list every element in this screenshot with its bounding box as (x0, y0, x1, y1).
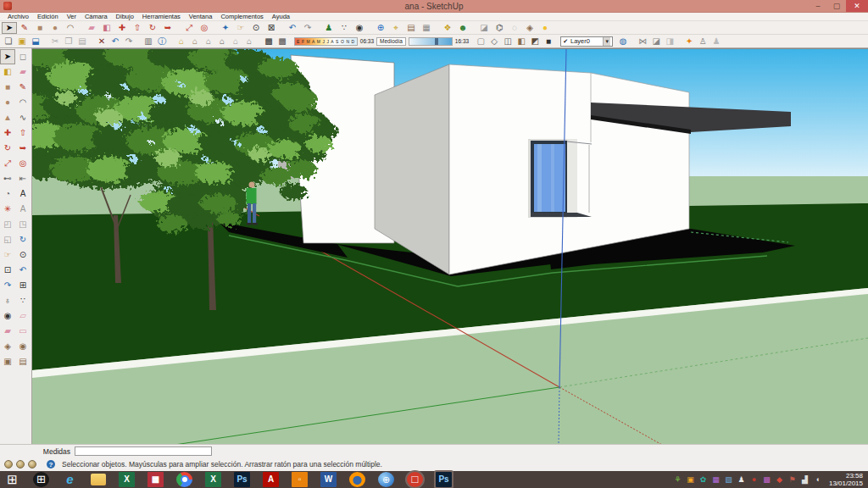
move-icon[interactable]: ✚ (0, 125, 15, 141)
section-fill-icon[interactable]: ▰ (0, 324, 15, 339)
section-c-icon[interactable]: ◱ (0, 232, 15, 247)
menu-edici-n[interactable]: Edición (37, 13, 58, 20)
viewport-3d[interactable] (32, 48, 868, 444)
zoom-extents-icon[interactable]: ⊠ (264, 22, 279, 34)
section-b-icon[interactable]: ◳ (15, 217, 31, 232)
zoom-extents-icon[interactable]: ⊞ (15, 278, 31, 293)
save-icon[interactable]: ⬓ (29, 36, 42, 47)
shaded-textures-icon[interactable]: ◩ (528, 36, 542, 47)
menu-c-mara[interactable]: Cámara (85, 13, 108, 20)
orbit-icon[interactable]: ↻ (15, 232, 31, 247)
select-icon[interactable]: ➤ (2, 22, 17, 34)
section-cut-icon[interactable]: ◨ (663, 36, 676, 47)
shadow-time-slider[interactable] (409, 37, 453, 46)
geolocation-icon[interactable] (4, 460, 13, 469)
zoom-icon[interactable]: ⊙ (15, 247, 31, 263)
position-camera-icon[interactable]: ♁ (0, 293, 15, 308)
redo-icon[interactable]: ↷ (122, 36, 136, 47)
walk-icon[interactable]: ∵ (337, 22, 352, 34)
undo-icon[interactable]: ↶ (108, 36, 122, 47)
help-icon[interactable]: ? (47, 460, 55, 469)
title-bar[interactable]: ana - SketchUp – ▢ ✕ (0, 0, 868, 13)
claim-icon[interactable] (28, 460, 36, 469)
tray-box-icon[interactable]: ▣ (686, 475, 695, 485)
components-icon[interactable]: ⌂ (202, 36, 215, 47)
polygon-icon[interactable]: ▲ (0, 110, 15, 125)
next-icon[interactable]: ↷ (300, 22, 315, 34)
model-info-icon[interactable]: ⓘ (155, 36, 169, 47)
dimension-icon[interactable]: ⇤ (15, 171, 31, 186)
sandbox-icon[interactable]: ◈ (522, 22, 537, 34)
paint-bucket-icon[interactable]: ◧ (99, 22, 114, 34)
section-plane-icon[interactable]: ▱ (15, 308, 31, 324)
zoom-icon[interactable]: ⊙ (248, 22, 264, 34)
person-tool-icon[interactable]: ♙ (696, 36, 709, 47)
tray-sound-icon[interactable]: ◖ (813, 475, 822, 485)
new-icon[interactable]: ❏ (2, 36, 15, 47)
photoshop-icon[interactable]: Ps (234, 472, 250, 487)
extension-wrench-icon[interactable]: ✦ (682, 36, 696, 47)
push-pull-icon[interactable]: ⇧ (130, 22, 145, 34)
tray-dot-icon[interactable]: ● (749, 475, 759, 485)
previous-icon[interactable]: ↶ (285, 22, 300, 34)
sketchup-icon[interactable]: □ (407, 472, 423, 487)
office-icon[interactable]: ▫ (292, 472, 308, 487)
layer-manager-icon[interactable]: ◍ (616, 36, 630, 47)
layers-icon[interactable]: ⌂ (229, 36, 242, 47)
section-plane-icon[interactable]: ⋈ (636, 36, 649, 47)
person-tool-2-icon[interactable]: ♟ (709, 36, 723, 47)
paste-icon[interactable]: ▤ (75, 36, 89, 47)
circle-icon[interactable]: ● (47, 22, 63, 34)
sandbox-stamp-icon[interactable]: ▣ (0, 354, 15, 369)
walk-icon[interactable]: ∵ (15, 293, 31, 308)
arc-icon[interactable]: ◠ (63, 22, 78, 34)
internet-globe-icon[interactable]: ⊕ (378, 472, 394, 487)
eraser-icon[interactable]: ▰ (84, 22, 99, 34)
taskbar-clock[interactable]: 23:58 13/01/2015 (829, 472, 863, 487)
look-around-icon[interactable]: ◉ (352, 22, 367, 34)
tray-signal-icon[interactable]: ▟ (800, 475, 810, 485)
move-icon[interactable]: ✚ (114, 22, 130, 34)
dashed-circle-icon[interactable]: ◌ (507, 22, 522, 34)
menu-dibujo[interactable]: Dibujo (116, 13, 134, 20)
3d-text-icon[interactable]: A (15, 202, 31, 217)
cut-icon[interactable]: ✂ (48, 36, 62, 47)
rectangle-icon[interactable]: ■ (32, 22, 47, 34)
tray-person-icon[interactable]: ♟ (737, 475, 746, 485)
internet-explorer-icon[interactable]: e (62, 472, 78, 487)
tray-grid-icon[interactable]: ▦ (711, 475, 721, 485)
arc-icon[interactable]: ◠ (15, 95, 31, 110)
materials-icon[interactable]: ⌂ (188, 36, 202, 47)
photos-icon[interactable]: ▦ (147, 472, 164, 487)
x-ray-icon[interactable]: ▢ (474, 36, 487, 47)
line-icon[interactable]: ✎ (17, 22, 32, 34)
scale-icon[interactable]: ⤢ (181, 22, 197, 34)
tray-plant-icon[interactable]: ⚘ (673, 475, 682, 485)
rotate-icon[interactable]: ↻ (0, 141, 15, 156)
interact-icon[interactable]: ☻ (455, 22, 470, 34)
tray-update-icon[interactable]: ✿ (698, 475, 708, 485)
tray-flag-icon[interactable]: ⚑ (787, 475, 797, 485)
circle-icon[interactable]: ● (0, 95, 15, 110)
section-empty-icon[interactable]: ▭ (15, 324, 31, 339)
section-a-icon[interactable]: ◰ (0, 217, 15, 232)
push-pull-icon[interactable]: ⇧ (15, 125, 31, 141)
component-icon[interactable]: ❖ (440, 22, 455, 34)
position-camera-icon[interactable]: ♟ (321, 22, 337, 34)
monochrome-icon[interactable]: ■ (542, 36, 555, 47)
credits-icon[interactable] (16, 460, 25, 469)
binoculars-icon[interactable]: ⌬ (492, 22, 507, 34)
add-location-icon[interactable]: ⌖ (388, 22, 403, 34)
touch-start-icon[interactable]: ⊞ (33, 472, 49, 487)
light-bulb-icon[interactable]: ● (537, 22, 553, 34)
shadow-toggle-icon[interactable]: ▩ (275, 36, 289, 47)
dropdown-arrow-icon[interactable]: ▼ (603, 37, 610, 46)
layer-dropdown[interactable]: ✔ Layer0 ▼ (560, 36, 613, 47)
shadow-date-slider[interactable]: E F M A M J J A S O N D (294, 37, 358, 46)
menu-ayuda[interactable]: Ayuda (272, 13, 290, 20)
menu-herramientas[interactable]: Herramientas (142, 13, 181, 20)
scale-icon[interactable]: ⤢ (0, 156, 15, 171)
offset-icon[interactable]: ◎ (197, 22, 212, 34)
toggle-terrain-icon[interactable]: ▤ (403, 22, 419, 34)
freehand-icon[interactable]: ∿ (15, 110, 31, 125)
